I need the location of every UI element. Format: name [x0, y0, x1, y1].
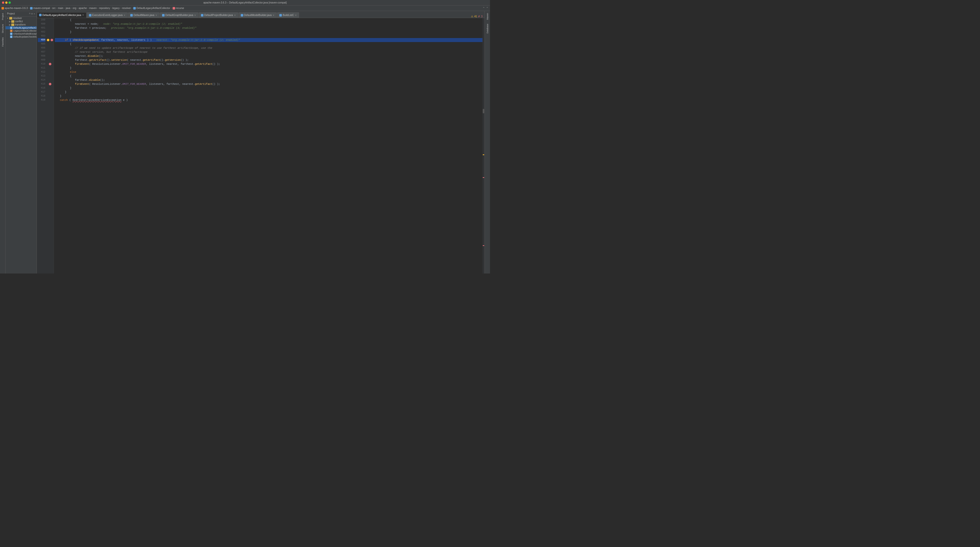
- maven-tab[interactable]: Maven: [485, 11, 490, 22]
- project-tree: ▼ resolver ▶ conflict ▶ transform C Defa…: [5, 16, 37, 274]
- code-line-408: nearest.disable();: [55, 54, 482, 58]
- tree-item-resolver[interactable]: ▼ resolver: [5, 16, 37, 20]
- line-num-414: 414: [38, 78, 45, 82]
- tab-buildlist[interactable]: BuildListC ✕: [277, 12, 299, 18]
- tree-item-transform[interactable]: ▶ transform: [5, 23, 37, 26]
- database-tab[interactable]: Database: [485, 22, 490, 35]
- class-icon: C: [10, 27, 13, 29]
- error-counts: ⚠ 41 ✗ 3: [471, 15, 485, 18]
- tab-execution[interactable]: ExecutionEventLogger.java ✕: [87, 12, 128, 18]
- breakpoint-red: [51, 39, 53, 41]
- tree-item-conflict[interactable]: ▶ conflict: [5, 20, 37, 23]
- tab-defaultmodel[interactable]: DefaultModelBuilder.java ✕: [239, 12, 277, 18]
- code-content[interactable]: { nearest = node; node: "org.example:X:j…: [54, 18, 482, 274]
- error-count: 3: [481, 15, 482, 18]
- tab-icon: [162, 14, 165, 16]
- code-line-405: {: [55, 42, 482, 46]
- tab-icon: [279, 14, 282, 16]
- tab-defaultproject[interactable]: DefaultProjectBuilder.java ✕: [199, 12, 238, 18]
- line-num-404: 404: [38, 38, 45, 42]
- navigation-icons[interactable]: ⌃ ⌃: [482, 6, 488, 10]
- tab-defaultgraph[interactable]: DefaultGraphBuilder.java ✕: [160, 12, 199, 18]
- window-title: apache-maven-3.6.3 – DefaultLegacyArtifa…: [204, 1, 286, 4]
- structure-tab-left[interactable]: Structure: [0, 22, 5, 35]
- nav-back-icon[interactable]: ⌃: [482, 6, 485, 10]
- favorites-tab[interactable]: Favorites: [0, 35, 5, 49]
- line-num-419: 419: [38, 98, 45, 102]
- breadcrumb-project[interactable]: apache-maven-3.6.3: [2, 7, 28, 10]
- tab-close-icon[interactable]: ✕: [124, 14, 126, 16]
- left-tabs: Project Structure Favorites: [0, 11, 5, 274]
- title-bar: apache-maven-3.6.3 – DefaultLegacyArtifa…: [0, 0, 490, 5]
- editor-scrollbar[interactable]: [482, 18, 485, 274]
- tree-item-updatecheck[interactable]: C DefaultUpdateCheckManager: [5, 35, 37, 38]
- sidebar-collapse-icon[interactable]: ≡: [29, 12, 30, 15]
- error-icon: ✗: [478, 15, 480, 18]
- breadcrumb-module[interactable]: maven-compat: [30, 7, 50, 10]
- tree-arrow: ▶: [9, 24, 11, 26]
- tab-close-icon[interactable]: ✕: [234, 14, 236, 16]
- tab-close-icon[interactable]: ✕: [272, 14, 275, 16]
- code-line-415: fireEvent( ResolutionListener.OMIT_FOR_N…: [55, 82, 482, 86]
- code-line-419: catch ( OverConstrainedVersionException …: [55, 98, 482, 102]
- line-num-401: 401: [38, 26, 45, 30]
- tree-arrow: ▼: [6, 17, 9, 19]
- folder-icon: [9, 17, 12, 19]
- line-num-416: 416: [38, 86, 45, 90]
- sidebar-settings-icon[interactable]: ⚙: [31, 12, 33, 15]
- tab-bar: DefaultLegacyArtifactCollector.java ✕ Ex…: [37, 11, 485, 18]
- code-line-403: [55, 34, 482, 38]
- line-num-413: 413: [38, 74, 45, 78]
- nav-forward-icon[interactable]: ⌃: [486, 6, 488, 10]
- code-line-413: {: [55, 74, 482, 78]
- line-num-408: 408: [38, 54, 45, 58]
- code-line-416: }: [55, 86, 482, 90]
- sidebar-toolbar[interactable]: ≡ ⚙ ✕: [29, 12, 35, 15]
- code-line-409: farthest.getArtifact().setVersion( neare…: [55, 58, 482, 62]
- code-line-412: else: [55, 70, 482, 74]
- warning-icon: ⚠: [471, 15, 473, 18]
- traffic-lights[interactable]: [2, 2, 11, 4]
- line-num-406: 406: [38, 46, 45, 50]
- gutter: [46, 18, 54, 274]
- tree-item-checksum[interactable]: C ChecksumFailedException: [5, 32, 37, 35]
- line-num-405: 405: [38, 42, 45, 46]
- scroll-thumb[interactable]: [483, 109, 484, 113]
- project-tab[interactable]: Project: [0, 11, 5, 22]
- tab-close-icon[interactable]: ✕: [295, 14, 297, 16]
- sidebar-close-icon[interactable]: ✕: [33, 12, 35, 15]
- breakpoint-yellow: [47, 39, 49, 41]
- tree-item-legacy[interactable]: I LegacyArtifactCollector: [5, 29, 37, 32]
- sidebar-header: Project ≡ ⚙ ✕: [5, 11, 37, 16]
- line-num-399: 399: [38, 18, 45, 22]
- code-line-418: }: [55, 94, 482, 98]
- code-line-400: nearest = node; node: "org.example:X:jar…: [55, 22, 482, 26]
- tree-item-defaultlegacy[interactable]: C DefaultLegacyArtifactCollector: [5, 26, 37, 29]
- breakpoint-red-410: [49, 63, 51, 65]
- tab-close-icon[interactable]: ✕: [82, 14, 84, 16]
- tab-icon: [89, 14, 91, 16]
- tab-close-icon[interactable]: ✕: [155, 14, 158, 16]
- tab-defaultmaven[interactable]: DefaultMaven.java ✕: [128, 12, 159, 18]
- tab-defaultlegacy[interactable]: DefaultLegacyArtifactCollector.java ✕: [37, 12, 86, 18]
- line-num-410: 410: [38, 62, 45, 66]
- line-num-417: 417: [38, 90, 45, 94]
- code-editor: 399 400 401 402 403 404 405 406 407 408 …: [37, 18, 485, 274]
- line-num-403: 403: [38, 34, 45, 38]
- line-num-415: 415: [38, 82, 45, 86]
- right-tabs: Maven Database: [485, 11, 490, 274]
- code-line-407: // nearest version, but farthest artifac…: [55, 50, 482, 54]
- breakpoint-red-415: [49, 83, 51, 85]
- code-line-401: farthest = previous; previous: "org.exam…: [55, 26, 482, 30]
- interface-icon: I: [10, 30, 13, 32]
- line-num-412: 412: [38, 70, 45, 74]
- scroll-error-mark: [483, 177, 484, 178]
- tab-close-icon[interactable]: ✕: [194, 14, 196, 16]
- maximize-button[interactable]: [8, 2, 11, 4]
- minimize-button[interactable]: [5, 2, 8, 4]
- code-line-404: if ( checkScopeUpdate( farthest, nearest…: [55, 38, 482, 42]
- tree-arrow: ▶: [9, 20, 11, 23]
- scroll-error-mark2: [483, 245, 484, 246]
- scroll-warning-mark: [483, 154, 484, 155]
- close-button[interactable]: [2, 2, 4, 4]
